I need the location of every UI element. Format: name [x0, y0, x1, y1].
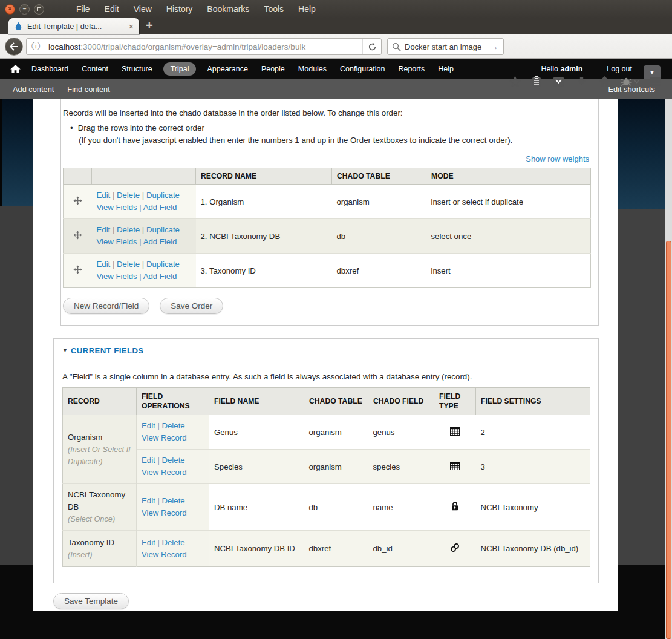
bookmark-star-icon[interactable]	[508, 76, 521, 87]
menu-help[interactable]: Help	[295, 3, 319, 15]
extension-icon[interactable]	[619, 76, 633, 87]
admin-item-modules[interactable]: Modules	[296, 62, 329, 76]
chado-field-header: CHADO FIELD	[368, 388, 434, 415]
download-icon[interactable]	[575, 76, 588, 87]
current-fields-legend[interactable]: CURRENT FIELDS	[71, 346, 144, 355]
table-grid-icon	[450, 462, 460, 470]
close-icon: ×	[8, 6, 12, 12]
site-info-icon[interactable]: ⓘ	[31, 41, 40, 52]
edit-link[interactable]: Edit	[97, 225, 111, 234]
edit-link[interactable]: Edit	[142, 421, 155, 430]
scrollbar-thumb[interactable]	[666, 241, 671, 639]
window-close-button[interactable]: ×	[5, 4, 15, 15]
view-fields-link[interactable]: View Fields	[97, 272, 137, 281]
duplicate-link[interactable]: Duplicate	[146, 225, 180, 234]
records-instructions: •Drag the rows into the correct order (I…	[70, 122, 596, 146]
add-field-link[interactable]: Add Field	[143, 237, 177, 246]
scrollbar-track[interactable]	[665, 99, 672, 639]
view-record-link[interactable]: View Record	[142, 433, 187, 442]
bookmarks-panel-icon[interactable]	[530, 76, 543, 87]
home-icon[interactable]	[598, 76, 611, 87]
delete-link[interactable]: Delete	[162, 421, 185, 430]
admin-item-structure[interactable]: Structure	[119, 62, 155, 76]
delete-link[interactable]: Delete	[117, 225, 140, 234]
menu-tools[interactable]: Tools	[261, 3, 287, 15]
field-operations-cell: Edit | Delete View Record	[137, 484, 209, 531]
drag-handle-icon[interactable]	[73, 196, 82, 205]
logout-link[interactable]: Log out	[607, 65, 632, 73]
menu-file[interactable]: File	[73, 3, 93, 15]
admin-item-configuration[interactable]: Configuration	[338, 62, 387, 76]
back-button[interactable]	[5, 38, 23, 56]
delete-link[interactable]: Delete	[117, 260, 140, 269]
hamburger-menu-icon[interactable]	[649, 76, 662, 87]
pocket-icon[interactable]	[552, 76, 565, 87]
field-settings-cell: NCBI Taxonomy	[476, 484, 590, 531]
page-viewport: Records will be inserted into the chado …	[0, 99, 672, 639]
search-value: Docker start an image	[405, 42, 488, 51]
field-type-cell	[434, 531, 476, 567]
search-input[interactable]: Docker start an image →	[387, 38, 504, 55]
show-row-weights-link[interactable]: Show row weights	[526, 154, 589, 163]
chain-link-icon	[450, 543, 460, 552]
edit-link[interactable]: Edit	[142, 456, 155, 465]
view-fields-link[interactable]: View Fields	[97, 203, 137, 212]
browser-toolbar: ⓘ localhost:3000/tripal/chado/organism#o…	[0, 34, 672, 59]
reload-button[interactable]	[362, 39, 381, 54]
add-field-link[interactable]: Add Field	[143, 272, 177, 281]
collapse-caret-icon: ▼	[62, 347, 68, 353]
view-record-link[interactable]: View Record	[142, 550, 187, 559]
delete-link[interactable]: Delete	[162, 538, 185, 547]
field-operations-header: FIELD OPERATIONS	[137, 388, 209, 415]
drag-handle-icon[interactable]	[73, 265, 82, 274]
new-record-field-button[interactable]: New Record/Field	[63, 298, 149, 314]
menu-bookmarks[interactable]: Bookmarks	[204, 3, 252, 15]
new-tab-button[interactable]: +	[146, 19, 153, 33]
chado-table-cell: db	[332, 219, 426, 254]
admin-item-tripal[interactable]: Tripal	[163, 62, 197, 76]
edit-link[interactable]: Edit	[142, 496, 155, 505]
delete-link[interactable]: Delete	[162, 496, 185, 505]
field-operations-cell: Edit | Delete View Record	[137, 415, 209, 450]
duplicate-link[interactable]: Duplicate	[146, 191, 180, 200]
mode-cell: insert or select if duplicate	[426, 185, 591, 219]
window-maximize-button[interactable]	[34, 4, 44, 15]
menu-edit[interactable]: Edit	[102, 3, 122, 15]
admin-item-appearance[interactable]: Appearance	[204, 62, 250, 76]
admin-item-people[interactable]: People	[259, 62, 287, 76]
edit-link[interactable]: Edit	[97, 191, 111, 200]
edit-link[interactable]: Edit	[142, 538, 155, 547]
search-go-icon[interactable]: →	[490, 42, 498, 51]
save-template-button[interactable]: Save Template	[53, 593, 129, 609]
save-order-button[interactable]: Save Order	[160, 298, 223, 314]
admin-item-reports[interactable]: Reports	[396, 62, 427, 76]
view-record-link[interactable]: View Record	[142, 468, 187, 477]
find-content-link[interactable]: Find content	[67, 85, 109, 94]
window-controls: × –	[5, 4, 44, 15]
add-content-link[interactable]: Add content	[13, 85, 54, 94]
delete-link[interactable]: Delete	[117, 191, 140, 200]
admin-user-area: Hello admin Log out	[541, 65, 632, 73]
edit-link[interactable]: Edit	[97, 260, 111, 269]
admin-item-content[interactable]: Content	[79, 62, 111, 76]
active-tab[interactable]: Edit Template | defa... ×	[8, 18, 139, 34]
chevron-down-icon[interactable]	[632, 76, 641, 87]
admin-item-dashboard[interactable]: Dashboard	[29, 62, 71, 76]
admin-home-icon[interactable]	[10, 65, 21, 73]
admin-item-help[interactable]: Help	[435, 62, 456, 76]
delete-link[interactable]: Delete	[162, 456, 185, 465]
view-record-link[interactable]: View Record	[142, 508, 187, 517]
drag-handle-icon[interactable]	[73, 231, 82, 240]
menu-history[interactable]: History	[163, 3, 196, 15]
url-host: localhost	[48, 42, 80, 51]
chado-table-cell: dbxref	[332, 254, 426, 288]
add-field-link[interactable]: Add Field	[143, 203, 177, 212]
duplicate-link[interactable]: Duplicate	[146, 260, 180, 269]
menu-view[interactable]: View	[131, 3, 155, 15]
field-name-cell: DB name	[209, 484, 304, 531]
view-fields-link[interactable]: View Fields	[97, 237, 137, 246]
window-minimize-button[interactable]: –	[19, 4, 30, 15]
tab-close-icon[interactable]: ×	[129, 22, 134, 31]
url-input[interactable]: ⓘ localhost:3000/tripal/chado/organism#o…	[26, 38, 382, 55]
pipe-separator: |	[139, 237, 141, 246]
